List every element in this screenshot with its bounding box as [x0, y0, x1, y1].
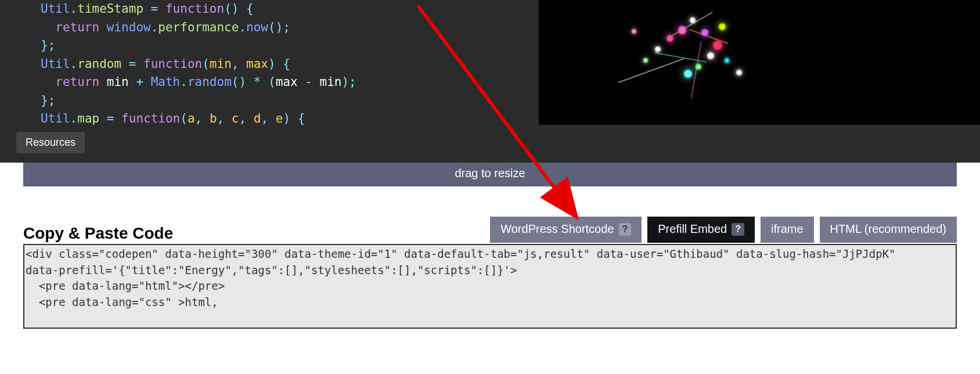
code-line: Util.map = function(a, b, c, d, e) {: [41, 110, 539, 125]
code-line: };: [41, 92, 539, 110]
embed-code-line: <pre data-lang="html"></pre>: [26, 278, 954, 294]
code-pane[interactable]: Util.timeStamp = function() { return win…: [0, 0, 539, 125]
tab-label: Prefill Embed: [658, 222, 727, 236]
tab-html-recommended-[interactable]: HTML (recommended): [820, 217, 957, 243]
resources-row: Resources: [0, 125, 980, 163]
code-line: };: [41, 37, 539, 55]
tab-label: WordPress Shortcode: [500, 222, 614, 236]
code-line: return min + Math.random() * (max - min)…: [41, 73, 539, 92]
embed-code-line: data-prefill='{"title":"Energy","tags":[…: [26, 262, 954, 279]
copy-paste-title: Copy & Paste Code: [23, 224, 173, 243]
copy-paste-section: Copy & Paste Code WordPress Shortcode?Pr…: [0, 186, 980, 329]
preview-pane[interactable]: [539, 0, 980, 125]
tab-iframe[interactable]: iframe: [761, 217, 814, 243]
drag-resize-bar[interactable]: drag to resize: [23, 163, 957, 186]
tab-label: iframe: [771, 222, 804, 236]
tab-wordpress-shortcode[interactable]: WordPress Shortcode?: [490, 217, 642, 243]
embed-code-line: <pre data-lang="css" >html,: [26, 294, 954, 311]
resources-button[interactable]: Resources: [16, 132, 85, 153]
code-line: return window.performance.now();: [41, 19, 539, 37]
tab-label: HTML (recommended): [830, 222, 946, 236]
help-icon[interactable]: ?: [619, 223, 632, 236]
embed-code-line: <div class="codepen" data-height="300" d…: [26, 246, 954, 262]
tab-prefill-embed[interactable]: Prefill Embed?: [647, 217, 755, 243]
embed-tabs: WordPress Shortcode?Prefill Embed?iframe…: [490, 217, 957, 243]
help-icon[interactable]: ?: [732, 223, 744, 236]
embed-code-box[interactable]: <div class="codepen" data-height="300" d…: [23, 244, 957, 329]
code-line: Util.random = function(min, max) {: [41, 55, 539, 74]
editor-area: Util.timeStamp = function() { return win…: [0, 0, 980, 125]
code-line: Util.timeStamp = function() {: [41, 0, 539, 19]
